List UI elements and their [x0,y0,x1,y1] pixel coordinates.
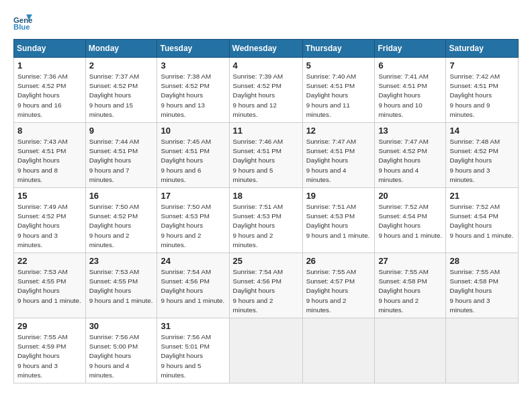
calendar-cell: 11Sunrise: 7:46 AMSunset: 4:51 PMDayligh… [229,123,302,188]
day-number: 20 [378,191,443,201]
day-info: Sunrise: 7:56 AMSunset: 5:01 PMDaylight … [161,333,211,379]
calendar-cell: 22Sunrise: 7:53 AMSunset: 4:55 PMDayligh… [14,253,86,318]
weekday-header-tuesday: Tuesday [157,40,229,58]
day-info: Sunrise: 7:51 AMSunset: 4:53 PMDaylight … [306,203,370,239]
day-number: 16 [89,191,154,201]
calendar-cell: 27Sunrise: 7:55 AMSunset: 4:58 PMDayligh… [375,253,446,318]
day-number: 4 [233,60,300,71]
day-number: 7 [449,60,515,71]
calendar-cell: 20Sunrise: 7:52 AMSunset: 4:54 PMDayligh… [375,188,446,253]
calendar-week-1: 1Sunrise: 7:36 AMSunset: 4:52 PMDaylight… [14,58,519,123]
day-number: 22 [17,256,83,266]
calendar-cell: 17Sunrise: 7:50 AMSunset: 4:53 PMDayligh… [157,188,229,253]
day-info: Sunrise: 7:55 AMSunset: 4:58 PMDaylight … [378,268,429,314]
day-number: 30 [89,321,154,331]
calendar-cell [302,318,375,383]
calendar-cell: 5Sunrise: 7:40 AMSunset: 4:51 PMDaylight… [302,58,375,123]
calendar-cell: 2Sunrise: 7:37 AMSunset: 4:52 PMDaylight… [85,58,157,123]
day-info: Sunrise: 7:55 AMSunset: 4:59 PMDaylight … [17,333,68,379]
day-info: Sunrise: 7:37 AMSunset: 4:52 PMDaylight … [89,73,140,118]
calendar-cell: 8Sunrise: 7:43 AMSunset: 4:51 PMDaylight… [14,123,86,188]
day-info: Sunrise: 7:46 AMSunset: 4:51 PMDaylight … [233,138,283,183]
day-number: 5 [306,60,372,71]
day-info: Sunrise: 7:50 AMSunset: 4:53 PMDaylight … [161,203,211,248]
calendar-cell: 10Sunrise: 7:45 AMSunset: 4:51 PMDayligh… [157,123,229,188]
day-info: Sunrise: 7:44 AMSunset: 4:51 PMDaylight … [89,138,140,183]
day-info: Sunrise: 7:54 AMSunset: 4:56 PMDaylight … [233,268,283,314]
calendar-cell: 6Sunrise: 7:41 AMSunset: 4:51 PMDaylight… [375,58,446,123]
calendar-cell: 19Sunrise: 7:51 AMSunset: 4:53 PMDayligh… [302,188,375,253]
day-info: Sunrise: 7:55 AMSunset: 4:57 PMDaylight … [306,268,357,314]
calendar-cell: 4Sunrise: 7:39 AMSunset: 4:52 PMDaylight… [229,58,302,123]
day-info: Sunrise: 7:55 AMSunset: 4:58 PMDaylight … [449,268,500,314]
day-info: Sunrise: 7:38 AMSunset: 4:52 PMDaylight … [161,73,211,118]
calendar-week-4: 22Sunrise: 7:53 AMSunset: 4:55 PMDayligh… [14,253,519,318]
calendar-cell: 21Sunrise: 7:52 AMSunset: 4:54 PMDayligh… [446,188,519,253]
calendar-cell: 13Sunrise: 7:47 AMSunset: 4:52 PMDayligh… [375,123,446,188]
calendar-cell: 29Sunrise: 7:55 AMSunset: 4:59 PMDayligh… [14,318,86,383]
calendar-cell: 31Sunrise: 7:56 AMSunset: 5:01 PMDayligh… [157,318,229,383]
day-info: Sunrise: 7:53 AMSunset: 4:55 PMDaylight … [17,268,81,304]
day-info: Sunrise: 7:41 AMSunset: 4:51 PMDaylight … [378,73,429,118]
day-number: 12 [306,126,372,136]
weekday-header-thursday: Thursday [302,40,375,58]
day-info: Sunrise: 7:47 AMSunset: 4:52 PMDaylight … [378,138,429,183]
day-number: 21 [449,191,515,201]
day-info: Sunrise: 7:40 AMSunset: 4:51 PMDaylight … [306,73,357,118]
day-number: 14 [449,126,515,136]
calendar-cell [229,318,302,383]
day-info: Sunrise: 7:49 AMSunset: 4:52 PMDaylight … [17,203,68,248]
day-number: 25 [233,256,300,266]
weekday-header-sunday: Sunday [14,40,86,58]
day-info: Sunrise: 7:47 AMSunset: 4:51 PMDaylight … [306,138,357,183]
calendar-cell: 9Sunrise: 7:44 AMSunset: 4:51 PMDaylight… [85,123,157,188]
day-number: 26 [306,256,372,266]
page-header: General Blue [13,12,519,31]
day-info: Sunrise: 7:50 AMSunset: 4:52 PMDaylight … [89,203,140,248]
weekday-header-friday: Friday [375,40,446,58]
day-number: 6 [378,60,443,71]
calendar-cell: 24Sunrise: 7:54 AMSunset: 4:56 PMDayligh… [157,253,229,318]
calendar-week-5: 29Sunrise: 7:55 AMSunset: 4:59 PMDayligh… [14,318,519,383]
calendar-cell: 14Sunrise: 7:48 AMSunset: 4:52 PMDayligh… [446,123,519,188]
calendar-cell: 18Sunrise: 7:51 AMSunset: 4:53 PMDayligh… [229,188,302,253]
calendar-cell: 25Sunrise: 7:54 AMSunset: 4:56 PMDayligh… [229,253,302,318]
calendar-cell: 16Sunrise: 7:50 AMSunset: 4:52 PMDayligh… [85,188,157,253]
day-number: 9 [89,126,154,136]
day-info: Sunrise: 7:36 AMSunset: 4:52 PMDaylight … [17,73,68,118]
calendar-cell: 15Sunrise: 7:49 AMSunset: 4:52 PMDayligh… [14,188,86,253]
calendar-cell: 7Sunrise: 7:42 AMSunset: 4:51 PMDaylight… [446,58,519,123]
weekday-header-wednesday: Wednesday [229,40,302,58]
logo-icon: General Blue [13,12,32,31]
day-number: 29 [17,321,83,331]
calendar-week-2: 8Sunrise: 7:43 AMSunset: 4:51 PMDaylight… [14,123,519,188]
day-info: Sunrise: 7:54 AMSunset: 4:56 PMDaylight … [161,268,224,304]
calendar-cell: 12Sunrise: 7:47 AMSunset: 4:51 PMDayligh… [302,123,375,188]
day-number: 3 [161,60,226,71]
day-info: Sunrise: 7:52 AMSunset: 4:54 PMDaylight … [378,203,442,239]
day-number: 15 [17,191,83,201]
day-number: 23 [89,256,154,266]
calendar-cell [446,318,519,383]
svg-text:Blue: Blue [13,23,30,31]
day-number: 11 [233,126,300,136]
day-number: 24 [161,256,226,266]
calendar-week-3: 15Sunrise: 7:49 AMSunset: 4:52 PMDayligh… [14,188,519,253]
day-number: 1 [17,60,83,71]
logo: General Blue [13,12,32,31]
day-number: 19 [306,191,372,201]
weekday-header-saturday: Saturday [446,40,519,58]
day-info: Sunrise: 7:56 AMSunset: 5:00 PMDaylight … [89,333,140,379]
day-info: Sunrise: 7:48 AMSunset: 4:52 PMDaylight … [449,138,500,183]
day-info: Sunrise: 7:43 AMSunset: 4:51 PMDaylight … [17,138,68,183]
day-info: Sunrise: 7:51 AMSunset: 4:53 PMDaylight … [233,203,283,248]
day-info: Sunrise: 7:45 AMSunset: 4:51 PMDaylight … [161,138,211,183]
day-number: 10 [161,126,226,136]
day-number: 31 [161,321,226,331]
calendar-cell: 26Sunrise: 7:55 AMSunset: 4:57 PMDayligh… [302,253,375,318]
day-number: 13 [378,126,443,136]
day-number: 18 [233,191,300,201]
day-info: Sunrise: 7:39 AMSunset: 4:52 PMDaylight … [233,73,283,118]
day-number: 27 [378,256,443,266]
day-number: 2 [89,60,154,71]
